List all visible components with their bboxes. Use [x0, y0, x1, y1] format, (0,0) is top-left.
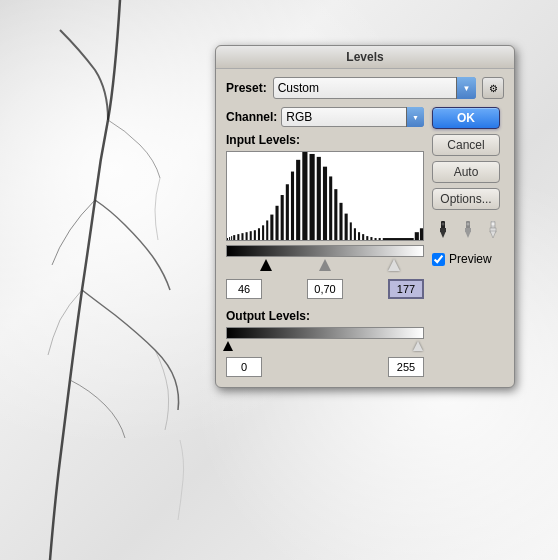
cancel-button[interactable]: Cancel [432, 134, 500, 156]
preview-row: Preview [432, 252, 504, 266]
dialog-titlebar: Levels [216, 46, 514, 69]
svg-rect-32 [370, 237, 372, 240]
preset-select-wrapper: Custom Default [273, 77, 476, 99]
channel-label: Channel: [226, 110, 277, 124]
svg-rect-23 [329, 176, 332, 240]
input-black-handle[interactable] [260, 259, 272, 271]
svg-rect-4 [233, 235, 235, 240]
svg-rect-25 [339, 203, 342, 240]
svg-rect-7 [246, 232, 248, 240]
dialog-title: Levels [346, 50, 383, 64]
svg-point-45 [467, 223, 470, 226]
input-white-value[interactable]: 177 [388, 279, 424, 299]
svg-rect-34 [379, 238, 381, 240]
ok-button[interactable]: OK [432, 107, 500, 129]
input-black-value[interactable]: 46 [226, 279, 262, 299]
channel-select-wrapper: RGB Red Green Blue [281, 107, 424, 127]
preset-label: Preset: [226, 81, 267, 95]
input-gray-handle[interactable] [319, 259, 331, 271]
svg-rect-6 [241, 233, 243, 240]
svg-rect-37 [420, 228, 423, 240]
auto-button[interactable]: Auto [432, 161, 500, 183]
svg-point-41 [442, 223, 445, 226]
preset-select[interactable]: Custom Default [273, 77, 476, 99]
svg-rect-15 [281, 195, 284, 240]
svg-rect-33 [375, 238, 377, 240]
svg-rect-22 [323, 167, 327, 240]
svg-marker-48 [490, 231, 496, 238]
svg-rect-12 [266, 220, 268, 240]
channel-row: Channel: RGB Red Green Blue [226, 107, 424, 127]
right-panel: OK Cancel Auto Options... [432, 107, 504, 377]
preset-settings-button[interactable]: ⚙ [482, 77, 504, 99]
eyedropper-white-button[interactable] [482, 219, 504, 241]
svg-rect-19 [302, 152, 307, 240]
eyedropper-gray-button[interactable] [457, 219, 479, 241]
output-black-handle[interactable] [223, 341, 233, 351]
svg-rect-1 [227, 238, 228, 240]
output-values-row: 0 255 [226, 357, 424, 377]
input-gradient-bar [226, 245, 424, 257]
svg-marker-40 [440, 231, 446, 238]
svg-point-49 [492, 223, 495, 226]
input-white-handle[interactable] [388, 259, 400, 271]
svg-rect-26 [345, 214, 348, 240]
svg-rect-9 [254, 230, 256, 240]
input-levels-label: Input Levels: [226, 133, 424, 147]
svg-rect-27 [350, 222, 352, 240]
svg-rect-11 [262, 225, 264, 240]
output-white-value[interactable]: 255 [388, 357, 424, 377]
preset-settings-icon: ⚙ [489, 83, 498, 94]
svg-rect-17 [291, 172, 294, 240]
main-area: Channel: RGB Red Green Blue Input Levels… [226, 107, 504, 377]
svg-rect-24 [334, 189, 337, 240]
channel-select[interactable]: RGB Red Green Blue [281, 107, 424, 127]
options-button[interactable]: Options... [432, 188, 500, 210]
preview-label: Preview [449, 252, 492, 266]
svg-rect-18 [296, 160, 300, 240]
svg-rect-2 [229, 237, 230, 240]
left-panel: Channel: RGB Red Green Blue Input Levels… [226, 107, 424, 377]
svg-rect-35 [383, 238, 414, 240]
svg-rect-13 [270, 215, 273, 240]
dialog-body: Preset: Custom Default ⚙ Channel: [216, 69, 514, 387]
svg-rect-31 [366, 236, 368, 240]
histogram-container [226, 151, 424, 241]
output-slider-area[interactable] [226, 341, 424, 357]
preset-row: Preset: Custom Default ⚙ [226, 77, 504, 99]
eyedropper-row [432, 219, 504, 241]
svg-rect-16 [286, 184, 289, 240]
svg-rect-30 [362, 234, 364, 240]
levels-dialog: Levels Preset: Custom Default ⚙ [215, 45, 515, 388]
output-white-handle[interactable] [413, 341, 423, 351]
output-black-value[interactable]: 0 [226, 357, 262, 377]
svg-rect-36 [415, 232, 419, 240]
svg-rect-21 [317, 157, 321, 240]
eyedropper-white-icon [485, 221, 501, 239]
svg-rect-14 [275, 206, 278, 240]
preview-checkbox[interactable] [432, 253, 445, 266]
eyedropper-black-button[interactable] [432, 219, 454, 241]
svg-rect-20 [310, 154, 315, 240]
svg-rect-10 [258, 228, 260, 240]
svg-rect-3 [231, 236, 232, 240]
input-slider-area[interactable] [226, 259, 424, 279]
svg-rect-28 [354, 228, 356, 240]
eyedropper-gray-icon [460, 221, 476, 239]
input-values-row: 46 0,70 177 [226, 279, 424, 299]
histogram-chart [227, 152, 423, 240]
svg-rect-29 [358, 232, 360, 240]
input-mid-value[interactable]: 0,70 [307, 279, 343, 299]
svg-marker-44 [465, 231, 471, 238]
output-gradient-bar [226, 327, 424, 339]
eyedropper-black-icon [435, 221, 451, 239]
svg-rect-8 [250, 231, 252, 240]
output-levels-label: Output Levels: [226, 309, 424, 323]
svg-rect-5 [237, 234, 239, 240]
